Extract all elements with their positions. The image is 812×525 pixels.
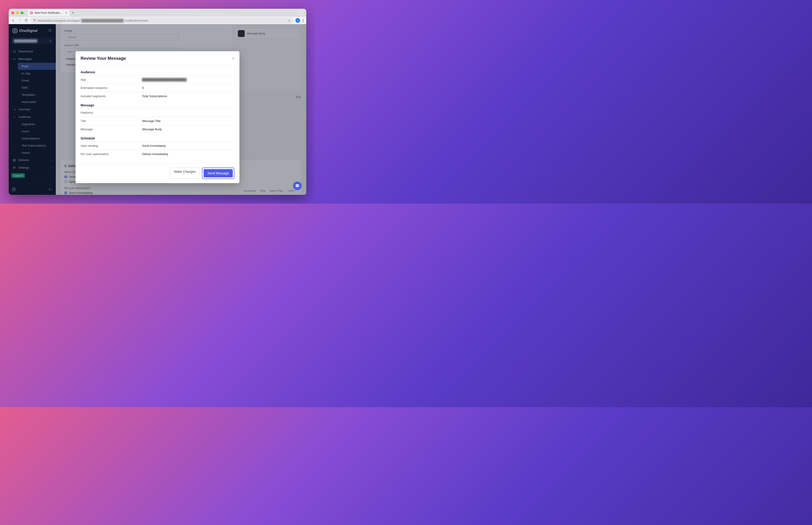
site-settings-icon[interactable]: [33, 19, 36, 22]
brand-name: OneSignal: [19, 29, 37, 33]
svg-point-1: [31, 12, 32, 14]
brand-logo-icon: [12, 28, 17, 33]
link-blog[interactable]: Blog: [260, 189, 265, 192]
svg-rect-5: [35, 20, 36, 21]
address-bar[interactable]: dashboard.onesignal.com/apps/███████████…: [31, 18, 293, 24]
tab-title: New Push Notification - Swif: [34, 11, 64, 14]
sidebar-item-sms[interactable]: SMS: [18, 84, 56, 91]
app-name: ████████████: [14, 39, 37, 43]
path-icon: ⇢: [12, 107, 16, 111]
link-twitter[interactable]: Twitter: [287, 189, 295, 192]
window-controls[interactable]: [12, 12, 24, 14]
sidebar-item-test-subscriptions[interactable]: Test Subscriptions: [18, 142, 56, 149]
chevron-down-icon: ⌄: [50, 166, 52, 169]
make-changes-button[interactable]: Make Changes: [170, 167, 200, 179]
forward-button[interactable]: [18, 19, 21, 22]
back-button[interactable]: [12, 19, 15, 22]
reload-button[interactable]: [24, 19, 28, 22]
tabs-dropdown-icon[interactable]: ⌄: [298, 10, 303, 15]
new-tab-button[interactable]: +: [72, 11, 74, 15]
row-value: Message Body: [142, 125, 234, 134]
browser-tab[interactable]: New Push Notification - Swif ×: [28, 10, 69, 16]
sidebar-label: Subscriptions: [21, 137, 40, 140]
schedule-table: Start sendingSend immediately Per user o…: [81, 141, 234, 158]
maximize-window-icon[interactable]: [21, 12, 24, 14]
user-avatar[interactable]: [12, 187, 16, 192]
sidebar-label: Automated: [21, 100, 36, 104]
sidebar-item-dashboard[interactable]: ◷ Dashboard: [9, 48, 56, 55]
sidebar-item-import[interactable]: Import: [18, 149, 56, 156]
url-path: /notifications/new: [125, 19, 148, 22]
tab-close-icon[interactable]: ×: [65, 11, 67, 15]
svg-point-6: [49, 29, 51, 31]
radio-icon: [64, 180, 67, 183]
row-key: Title: [81, 117, 142, 125]
link-homepage[interactable]: Homepage: [244, 189, 256, 192]
sidebar-item-messages[interactable]: ▭ Messages ⌃: [9, 55, 56, 63]
sidebar-label: In-App: [21, 72, 30, 75]
preview-card: Message Body: [233, 26, 301, 92]
upload-input[interactable]: Upload: [64, 34, 179, 41]
chevron-down-icon: ▾: [50, 40, 51, 42]
preview-platform: iOS: [296, 95, 301, 99]
chevron-right-icon: ›: [64, 63, 65, 66]
svg-rect-2: [33, 19, 34, 20]
chevron-up-icon: ⌃: [50, 58, 52, 60]
gauge-icon: ◷: [12, 50, 16, 53]
modal-close-button[interactable]: ×: [232, 56, 234, 61]
schedule-heading: Schedule: [81, 136, 234, 140]
message-heading: Message: [81, 103, 234, 107]
preview-app-icon: [238, 30, 245, 37]
minimize-window-icon[interactable]: [16, 12, 19, 14]
row-value: 5: [142, 84, 234, 92]
sidebar-item-segments[interactable]: Segments: [18, 121, 56, 128]
collapse-sidebar-icon[interactable]: [49, 188, 53, 191]
audience-heading: Audience: [81, 70, 234, 74]
sidebar-item-subscriptions[interactable]: Subscriptions: [18, 135, 56, 142]
bookmark-icon[interactable]: ☆: [288, 19, 291, 22]
sidebar-label: Templates: [21, 93, 35, 96]
row-key: Platforms: [81, 109, 142, 117]
profile-avatar[interactable]: S: [295, 18, 300, 23]
upgrade-badge[interactable]: Upgrade: [12, 173, 25, 178]
people-icon: ⛬: [12, 115, 16, 119]
row-value: Send immediately: [142, 142, 234, 150]
close-window-icon[interactable]: [12, 12, 14, 14]
sidebar-item-automated[interactable]: Automated: [18, 98, 56, 105]
sidebar-label: Users: [21, 130, 29, 133]
sidebar-label: Dashboard: [18, 50, 33, 53]
sidebar-label: Settings: [18, 166, 29, 169]
intercom-launcher[interactable]: [293, 181, 302, 190]
app-switcher[interactable]: ████████████ ▾: [12, 38, 53, 44]
sidebar-item-email[interactable]: Email: [18, 77, 56, 84]
sidebar-label: Delivery: [18, 158, 29, 162]
send-message-button[interactable]: Send Message: [204, 169, 233, 177]
sidebar-label: SMS: [21, 86, 28, 89]
url-appid: ████████████████████: [81, 19, 124, 22]
row-value: Message Title: [142, 117, 234, 125]
row-key: App: [81, 76, 142, 84]
sidebar-label: Email: [21, 79, 29, 82]
sidebar-label: Journeys: [18, 107, 31, 111]
sidebar-item-templates[interactable]: Templates: [18, 91, 56, 98]
sidebar-item-journeys[interactable]: ⇢ Journeys: [9, 105, 56, 113]
sidebar-item-inapp[interactable]: In-App: [18, 70, 56, 77]
url-host: dashboard.onesignal.com/apps/: [38, 19, 80, 22]
browser-menu-icon[interactable]: [303, 19, 303, 22]
sidebar-item-settings[interactable]: ⚙ Settings ⌄: [9, 164, 56, 171]
sidebar-label: Audience: [18, 115, 31, 119]
gear-icon: ⚙: [12, 166, 16, 169]
sidebar-label: Test Subscriptions: [21, 144, 46, 147]
brand[interactable]: OneSignal: [9, 24, 56, 38]
sidebar-label: Messages: [18, 57, 32, 61]
sidebar-item-audience[interactable]: ⛬ Audience ⌃: [9, 113, 56, 121]
message-icon: ▭: [12, 57, 16, 61]
sidebar-item-push[interactable]: Push: [18, 63, 56, 70]
sidebar-item-delivery[interactable]: ▥ Delivery ⌄: [9, 156, 56, 164]
row-key: Message: [81, 125, 142, 134]
browser-chrome: New Push Notification - Swif × + ⌄: [9, 9, 306, 24]
link-status[interactable]: Status Page: [269, 189, 283, 192]
sidebar-item-users[interactable]: Users: [18, 128, 56, 135]
search-icon[interactable]: [48, 28, 52, 33]
sidebar-label: Segments: [21, 122, 35, 126]
